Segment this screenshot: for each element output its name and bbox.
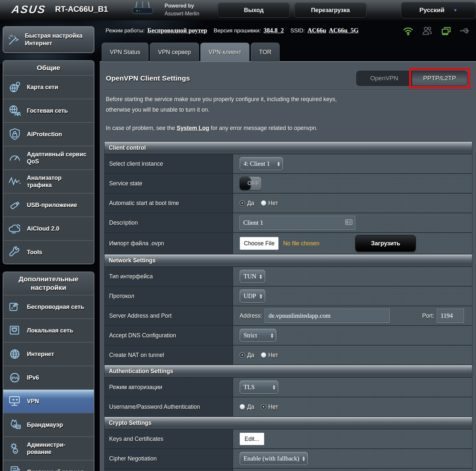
ssid-label: SSID: [290, 28, 305, 34]
nat-no-radio[interactable] [261, 352, 266, 358]
sidebar-group-general: Общие Карта сети [3, 60, 94, 264]
firewall-icon [7, 417, 22, 432]
network-devices-status-icon[interactable] [441, 26, 452, 36]
row-description: Description [105, 213, 472, 232]
sidebar-item-wireless[interactable]: Беспроводная сеть [3, 295, 94, 319]
row-cipher-negotiation: Cipher Negotiation Enable (with fallback… [105, 449, 472, 468]
ssid-main-link[interactable]: AC66u [307, 27, 326, 34]
openvpn-switch-button[interactable]: OpenVPN [356, 71, 412, 86]
logout-button[interactable]: Выход [218, 3, 290, 18]
row-cropped [105, 469, 472, 471]
row-service-state: Service state OFF [105, 174, 472, 193]
wifi-status-icon[interactable] [403, 26, 414, 36]
administration-label: Администри- рование [27, 441, 66, 456]
row-accept-dns: Accept DNS Configuration Strict ▲▼ [105, 326, 472, 345]
select-arrows-icon: ▲▼ [303, 456, 305, 461]
tab-tor[interactable]: TOR [251, 43, 280, 62]
pptp-l2tp-switch-button[interactable]: PPTP/L2TP [412, 71, 467, 86]
select-arrows-icon: ▲▼ [260, 274, 262, 279]
auto-start-yes-radio[interactable] [240, 200, 245, 206]
qos-icon [7, 150, 22, 165]
upload-button[interactable]: Загрузить [355, 235, 416, 252]
reboot-button[interactable]: Перезагрузка [294, 3, 367, 18]
contact-card-icon[interactable] [345, 219, 352, 226]
usb-application-icon [7, 198, 22, 213]
sidebar-item-tools[interactable]: Tools [3, 241, 94, 264]
asus-logo: ASUS [11, 3, 47, 16]
sidebar-item-firewall[interactable]: Брандмауэр [3, 413, 94, 437]
sidebar-item-system-log[interactable]: Системный журнал [3, 461, 94, 471]
tools-icon [7, 245, 22, 260]
tab-vpn-server[interactable]: VPN сервер [150, 43, 199, 62]
system-log-icon [7, 464, 22, 471]
system-log-link[interactable]: System Log [177, 125, 209, 131]
server-port-input[interactable] [437, 309, 464, 323]
sidebar-group-advanced: Дополнительные настройки Беспроводная се… [3, 272, 94, 471]
sidebar-item-ipv6[interactable]: IPV6 IPv6 [3, 366, 94, 390]
ssid-5g-link[interactable]: AC66u_5G [329, 27, 359, 34]
powered-by: Powered by Asuswrt-Merlin [165, 2, 199, 18]
sidebar-item-usb-application[interactable]: USB-приложение [3, 194, 94, 217]
client-instance-select[interactable]: 4: Client 1 ▲▼ [240, 157, 283, 170]
clients-status-icon[interactable] [422, 26, 433, 36]
userpass-yes-radio[interactable] [240, 404, 245, 409]
sidebar-item-traffic-analyzer[interactable]: Анализатор трафика [3, 170, 94, 194]
router-image [130, 1, 155, 19]
interface-type-select[interactable]: TUN ▲▼ [240, 270, 265, 283]
userpass-no-radio[interactable] [261, 404, 266, 409]
main-content: OpenVPN Client Settings OpenVPN PPTP/L2T… [100, 61, 476, 471]
aiprotection-icon [7, 127, 22, 142]
mode-link[interactable]: Беспроводной роутер [148, 27, 207, 34]
description-input[interactable] [240, 216, 355, 230]
sidebar-item-vpn[interactable]: VPN [3, 390, 94, 413]
nat-yes-radio[interactable] [240, 352, 245, 358]
select-arrows-icon: ▲▼ [277, 161, 280, 166]
accept-dns-select[interactable]: Strict ▲▼ [240, 329, 276, 342]
head-divider [105, 89, 472, 90]
server-address-input[interactable] [265, 309, 389, 323]
administration-icon [7, 441, 22, 456]
row-select-client-instance: Select client instance 4: Client 1 ▲▼ [105, 154, 472, 173]
vpn-icon [7, 394, 22, 409]
sidebar-item-internet[interactable]: Интернет [3, 343, 94, 366]
quick-setup-label: Быстрая настройка Интернет [25, 32, 82, 47]
auth-mode-select[interactable]: TLS ▲▼ [240, 381, 278, 394]
firmware-link[interactable]: 384.8_2 [264, 27, 284, 34]
auto-start-no-radio[interactable] [261, 200, 266, 206]
lan-icon [7, 323, 22, 338]
row-create-nat: Create NAT on tunnel Да Нет [105, 346, 472, 365]
protocol-select[interactable]: UDP ▲▼ [240, 290, 265, 303]
tab-vpn-status[interactable]: VPN Status [102, 43, 149, 62]
cipher-negotiation-select[interactable]: Enable (with fallback) ▲▼ [240, 452, 308, 465]
svg-text:IPV6: IPV6 [11, 376, 18, 380]
sidebar-item-administration[interactable]: Администри- рование [3, 437, 94, 461]
sidebar-item-lan[interactable]: Локальная сеть [3, 319, 94, 343]
top-banner: ASUS RT-AC66U_B1 Powered by Asuswrt-Merl… [0, 0, 476, 20]
service-state-toggle[interactable]: OFF [240, 177, 261, 190]
sidebar-item-quick-internet-setup[interactable]: Быстрая настройка Интернет [3, 26, 94, 53]
row-auth-mode: Режим авторизации TLS ▲▼ [105, 378, 472, 397]
edit-keys-button[interactable]: Edit... [240, 433, 264, 445]
language-dropdown[interactable]: Русский ▼ [401, 2, 476, 18]
file-status-text: No file chosen [283, 240, 319, 247]
tab-vpn-client[interactable]: VPN-клиент [200, 43, 249, 62]
section-authentication-settings: Authentication Settings [105, 365, 472, 377]
sidebar-item-guest-network[interactable]: Гостевая сеть [3, 99, 94, 123]
row-keys-certificates: Keys and Certificates Edit... [105, 429, 472, 448]
router-admin-page: ASUS RT-AC66U_B1 Powered by Asuswrt-Merl… [0, 0, 476, 471]
settings-table: Client control Select client instance 4:… [104, 141, 472, 471]
quick-setup-icon [6, 32, 21, 47]
row-protocol: Протокол UDP ▲▼ [105, 287, 472, 306]
sidebar-item-aiprotection[interactable]: AiProtection [3, 123, 94, 146]
usb-status-icon[interactable] [460, 26, 471, 36]
choose-file-button[interactable]: Choose File [240, 237, 279, 250]
row-userpass-auth: Username/Password Authentication Да Нет [105, 397, 472, 416]
row-auto-start: Automatic start at boot time Да Нет [105, 194, 472, 213]
sidebar-item-adaptive-qos[interactable]: Адаптивный сервис QoS [3, 146, 94, 170]
problem-text: In case of problem, see the System Log f… [106, 125, 471, 132]
sidebar-item-aicloud[interactable]: AiCloud 2.0 [3, 217, 94, 241]
select-arrows-icon: ▲▼ [260, 293, 262, 299]
select-arrows-icon: ▲▼ [271, 333, 273, 338]
vpn-type-switch: OpenVPN PPTP/L2TP [356, 71, 467, 86]
sidebar-item-network-map[interactable]: Карта сети [3, 76, 94, 99]
